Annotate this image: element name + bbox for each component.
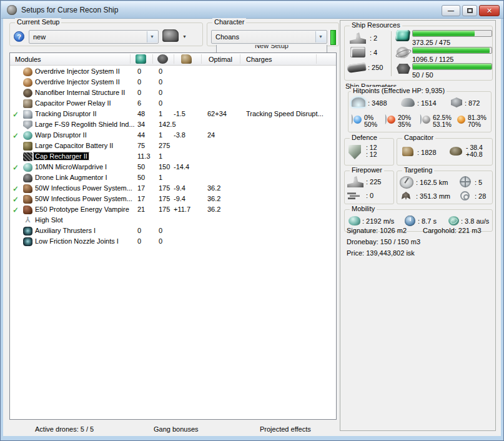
eft-window: Setups for Curse Recon Ship — ✕ Current … [0,0,504,441]
table-row[interactable]: Cap Recharger II11.31 [10,152,336,162]
module-name[interactable]: Auxiliary Thrusters I [35,227,96,234]
price-stat: Price: 139,443,802 isk [347,249,415,257]
shield-hp-value: : 3488 [368,99,387,107]
modules-list-header[interactable]: Modules Optimal Charges [10,53,336,66]
table-row[interactable]: Capacitor Power Relay II60 [10,99,336,109]
cap-cell: -14.4 [174,163,189,171]
character-combobox-value: Choans [215,33,239,41]
powergrid-cell: 0 [159,89,162,96]
table-row[interactable]: Low Friction Nozzle Joints I00 [10,237,336,247]
module-name[interactable]: Low Friction Nozzle Joints I [35,237,119,245]
title-bar[interactable]: Setups for Curse Recon Ship — ✕ [1,1,504,19]
kinetic-resist-values: 62.5%53.1% [433,114,452,128]
minimize-button[interactable]: — [442,5,460,16]
setup-combobox[interactable]: new [29,30,159,44]
module-name[interactable]: Overdrive Injector System II [35,67,120,75]
cap-cell: -9.4 [174,195,185,202]
module-name[interactable]: Drone Link Augmentor I [35,174,107,181]
table-row[interactable]: Auxiliary Thrusters I00 [10,226,336,237]
current-setup-label: Current Setup [15,18,61,26]
table-row[interactable]: ✓E50 Prototype Energy Vampire21175+11.73… [10,205,336,216]
capacitor-amount: : 1828 [417,149,437,156]
module-name[interactable]: E50 Prototype Energy Vampire [35,206,129,213]
character-combobox[interactable]: Choans [211,30,327,44]
kinetic-resist-icon [422,116,430,124]
table-row[interactable]: ✓10MN MicroWarpdrive I50150-14.4 [10,162,336,173]
cpu-cell: 0 [137,78,141,86]
table-row[interactable]: Overdrive Injector System II00 [10,77,336,88]
table-row[interactable]: Large Capacitor Battery II75275 [10,141,336,152]
table-row[interactable]: Large F-S9 Regolith Shield Ind...34142.5 [10,120,336,131]
cpu-bar [412,30,492,37]
module-name[interactable]: Cap Recharger II [34,152,89,160]
chevron-down-icon[interactable] [315,31,326,42]
current-setup-group: Current Setup ? new ▼ [9,22,203,46]
cap-battery-icon [23,142,32,151]
table-row[interactable]: ✓Tracking Disruptor II481-1.562+34Tracki… [10,109,336,120]
turret-hardpoints-value: : 2 [370,34,377,42]
module-name[interactable]: High Slot [35,216,63,224]
capacitor-icon[interactable] [181,54,192,64]
module-name[interactable]: 50W Infectious Power System... [35,184,132,192]
tracking-disruptor-icon [23,110,32,119]
module-name[interactable]: Overdrive Injector System II [35,78,120,86]
close-button[interactable]: ✕ [479,5,500,16]
chevron-down-icon[interactable]: ▼ [182,34,187,39]
module-name[interactable]: Tracking Disruptor II [35,110,97,117]
chevron-down-icon[interactable] [147,31,157,42]
fitted-check-icon: ✓ [12,184,21,193]
table-row[interactable]: ✓50W Infectious Power System...17175-9.4… [10,194,336,205]
optimal-column-header[interactable]: Optimal [209,56,232,63]
maximize-button[interactable] [462,5,477,16]
powergrid-cell: 0 [159,99,162,107]
module-name[interactable]: 50W Infectious Power System... [35,195,132,202]
module-name[interactable]: Nanofiber Internal Structure II [35,89,125,96]
module-name[interactable]: Warp Disruptor II [35,131,87,139]
powergrid-bar [412,47,492,54]
em-resist-icon [353,116,362,124]
module-name[interactable]: Large F-S9 Regolith Shield Ind... [35,121,135,128]
cpu-cell: 21 [137,206,145,213]
help-button[interactable]: ? [14,31,24,42]
module-name[interactable]: Large Capacitor Battery II [35,142,113,149]
cpu-cell: 11.3 [137,152,151,160]
cpu-cell: 6 [137,99,141,107]
cap-cell: -3.8 [174,131,185,139]
modules-column-header[interactable]: Modules [15,56,41,63]
em-resist-values: 0%50% [364,114,377,128]
table-row[interactable]: ✓Warp Disruptor II441-3.824 [10,131,336,141]
drones-value: 50 / 50 [412,71,433,79]
drone-link-icon [23,174,32,182]
firepower-label: Firepower [350,166,384,174]
ship-button[interactable] [162,29,179,42]
table-row[interactable]: High Slot [10,216,336,226]
gang-bonuses-label[interactable]: Gang bonuses [154,425,199,433]
powergrid-icon[interactable] [157,54,168,64]
powergrid-value: 1096.5 / 1125 [412,56,453,63]
client-area: Current Setup ? new ▼ Character Choans N… [3,19,501,436]
cpu-icon[interactable] [136,54,146,64]
table-row[interactable]: Overdrive Injector System II00 [10,67,336,77]
cpu-cell: 0 [137,227,141,234]
app-icon [7,5,17,15]
module-name[interactable]: 10MN MicroWarpdrive I [35,163,107,171]
cpu-value: 373.25 / 475 [412,39,450,46]
charges-column-header[interactable]: Charges [246,56,272,63]
powergrid-cell: 150 [159,163,170,171]
table-row[interactable]: Nanofiber Internal Structure II00 [10,88,336,99]
cpu-cell: 34 [137,121,145,128]
projected-effects-label[interactable]: Projected effects [260,425,311,433]
table-row[interactable]: Drone Link Augmentor I501 [10,173,336,184]
active-drones-label[interactable]: Active drones: 5 / 5 [35,425,94,433]
tab-new-setup[interactable]: New Setup [216,45,327,52]
powergrid-cell: 1 [159,131,162,139]
module-rows: Overdrive Injector System II00Overdrive … [10,67,336,247]
window-title: Setups for Curse Recon Ship [21,6,118,14]
module-name[interactable]: Capacitor Power Relay II [35,99,111,107]
cpu-cell: 17 [137,195,145,202]
cap-cell: +11.7 [174,206,190,213]
max-targets-value: : 5 [475,179,482,186]
table-row[interactable]: ✓50W Infectious Power System...17175-9.4… [10,184,336,194]
fitted-check-icon: ✓ [12,195,21,204]
powergrid-cell: 1 [159,152,162,160]
